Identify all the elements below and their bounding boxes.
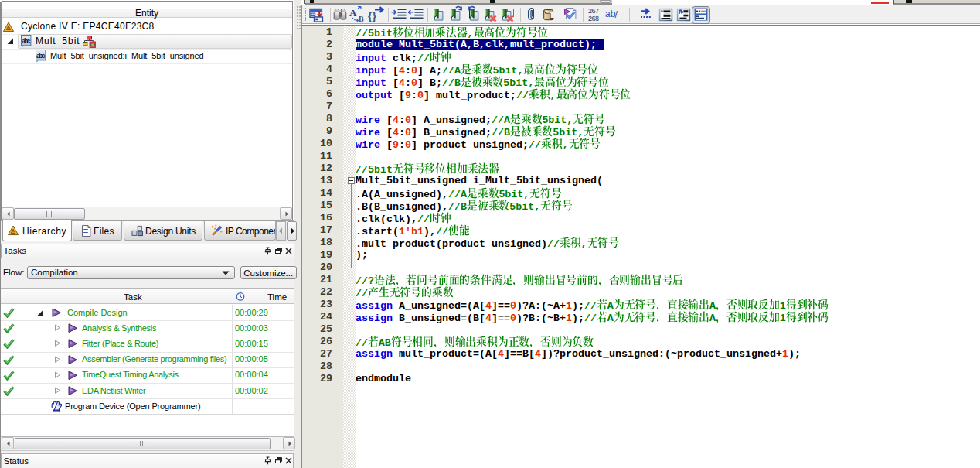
svg-text:/: /: [615, 9, 618, 20]
svg-text:268: 268: [588, 15, 599, 22]
svg-text:{}: {}: [368, 10, 376, 22]
svg-text:B: B: [359, 15, 364, 22]
svg-text:267: 267: [588, 7, 599, 15]
svg-text:abc: abc: [22, 37, 31, 45]
svg-text:A: A: [349, 7, 357, 19]
